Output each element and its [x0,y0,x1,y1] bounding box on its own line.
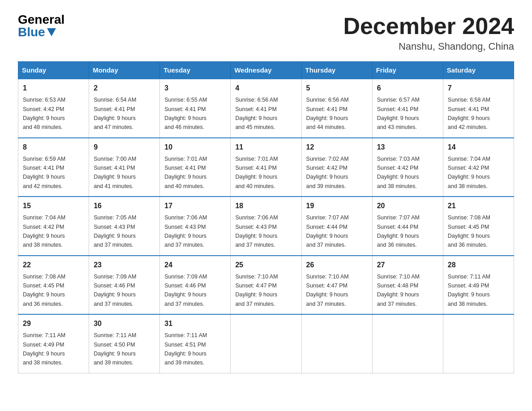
day-info: Sunrise: 7:10 AMSunset: 4:47 PMDaylight:… [235,274,278,307]
day-number: 18 [235,201,296,211]
header-saturday: Saturday [443,62,514,79]
day-number: 7 [448,83,509,94]
location-subtitle: Nanshu, Shandong, China [343,41,514,52]
table-row: 29 Sunrise: 7:11 AMSunset: 4:49 PMDaylig… [18,314,89,373]
day-info: Sunrise: 7:04 AMSunset: 4:42 PMDaylight:… [23,214,65,248]
month-year-title: December 2024 [343,13,514,39]
table-row: 12 Sunrise: 7:02 AMSunset: 4:42 PMDaylig… [301,138,372,197]
table-row: 14 Sunrise: 7:04 AMSunset: 4:42 PMDaylig… [443,138,514,197]
day-number: 16 [94,201,155,211]
day-info: Sunrise: 7:00 AMSunset: 4:41 PMDaylight:… [94,156,136,189]
day-info: Sunrise: 6:53 AMSunset: 4:42 PMDaylight:… [23,97,65,130]
day-number: 1 [23,83,84,94]
day-number: 17 [164,201,226,211]
table-row: 13 Sunrise: 7:03 AMSunset: 4:42 PMDaylig… [372,138,443,197]
day-number: 19 [306,201,368,211]
day-number: 29 [23,318,84,329]
day-info: Sunrise: 7:07 AMSunset: 4:44 PMDaylight:… [377,214,420,248]
table-row: 17 Sunrise: 7:06 AMSunset: 4:43 PMDaylig… [160,197,231,256]
day-info: Sunrise: 7:01 AMSunset: 4:41 PMDaylight:… [235,156,278,189]
table-row: 19 Sunrise: 7:07 AMSunset: 4:44 PMDaylig… [301,197,372,256]
table-row: 27 Sunrise: 7:10 AMSunset: 4:48 PMDaylig… [372,256,443,315]
table-row: 20 Sunrise: 7:07 AMSunset: 4:44 PMDaylig… [372,197,443,256]
day-number: 15 [23,201,84,211]
calendar-week-row: 15 Sunrise: 7:04 AMSunset: 4:42 PMDaylig… [18,197,514,256]
calendar-week-row: 22 Sunrise: 7:08 AMSunset: 4:45 PMDaylig… [18,256,514,315]
day-info: Sunrise: 7:01 AMSunset: 4:41 PMDaylight:… [164,156,207,189]
calendar-week-row: 8 Sunrise: 6:59 AMSunset: 4:41 PMDayligh… [18,138,514,197]
table-row: 22 Sunrise: 7:08 AMSunset: 4:45 PMDaylig… [18,256,89,315]
table-row: 7 Sunrise: 6:58 AMSunset: 4:41 PMDayligh… [443,79,514,138]
table-row: 16 Sunrise: 7:05 AMSunset: 4:43 PMDaylig… [89,197,160,256]
day-number: 2 [94,83,155,94]
day-info: Sunrise: 7:11 AMSunset: 4:51 PMDaylight:… [164,332,207,366]
table-row: 30 Sunrise: 7:11 AMSunset: 4:50 PMDaylig… [89,314,160,373]
calendar-week-row: 29 Sunrise: 7:11 AMSunset: 4:49 PMDaylig… [18,314,514,373]
day-number: 20 [377,201,438,211]
day-number: 27 [377,260,438,270]
day-number: 11 [235,142,296,153]
day-number: 21 [448,201,509,211]
day-info: Sunrise: 7:09 AMSunset: 4:46 PMDaylight:… [94,274,136,307]
day-info: Sunrise: 7:04 AMSunset: 4:42 PMDaylight:… [448,156,490,189]
day-number: 8 [23,142,84,153]
table-row [443,314,514,373]
table-row: 24 Sunrise: 7:09 AMSunset: 4:46 PMDaylig… [160,256,231,315]
table-row [231,314,301,373]
day-number: 23 [94,260,155,270]
table-row: 6 Sunrise: 6:57 AMSunset: 4:41 PMDayligh… [372,79,443,138]
logo-general-text: General [18,13,64,26]
table-row [372,314,443,373]
day-number: 25 [235,260,296,270]
day-info: Sunrise: 7:11 AMSunset: 4:49 PMDaylight:… [448,274,490,307]
day-number: 3 [164,83,226,94]
table-row: 21 Sunrise: 7:08 AMSunset: 4:45 PMDaylig… [443,197,514,256]
table-row: 25 Sunrise: 7:10 AMSunset: 4:47 PMDaylig… [231,256,301,315]
table-row: 23 Sunrise: 7:09 AMSunset: 4:46 PMDaylig… [89,256,160,315]
header-monday: Monday [89,62,160,79]
header-tuesday: Tuesday [160,62,231,79]
table-row: 4 Sunrise: 6:56 AMSunset: 4:41 PMDayligh… [231,79,301,138]
table-row: 26 Sunrise: 7:10 AMSunset: 4:47 PMDaylig… [301,256,372,315]
day-info: Sunrise: 7:02 AMSunset: 4:42 PMDaylight:… [306,156,349,189]
day-info: Sunrise: 7:11 AMSunset: 4:49 PMDaylight:… [23,332,65,366]
day-info: Sunrise: 6:56 AMSunset: 4:41 PMDaylight:… [306,97,349,130]
weekday-header-row: Sunday Monday Tuesday Wednesday Thursday… [18,62,514,79]
day-info: Sunrise: 6:59 AMSunset: 4:41 PMDaylight:… [23,156,65,189]
day-info: Sunrise: 6:55 AMSunset: 4:41 PMDaylight:… [164,97,207,130]
day-number: 9 [94,142,155,153]
day-number: 14 [448,142,509,153]
day-number: 26 [306,260,368,270]
table-row: 3 Sunrise: 6:55 AMSunset: 4:41 PMDayligh… [160,79,231,138]
day-info: Sunrise: 6:54 AMSunset: 4:41 PMDaylight:… [94,97,136,130]
table-row: 10 Sunrise: 7:01 AMSunset: 4:41 PMDaylig… [160,138,231,197]
table-row: 18 Sunrise: 7:06 AMSunset: 4:43 PMDaylig… [231,197,301,256]
day-info: Sunrise: 6:57 AMSunset: 4:41 PMDaylight:… [377,97,420,130]
day-number: 22 [23,260,84,270]
day-number: 13 [377,142,438,153]
day-number: 30 [94,318,155,329]
day-number: 10 [164,142,226,153]
day-info: Sunrise: 6:56 AMSunset: 4:41 PMDaylight:… [235,97,278,130]
day-number: 24 [164,260,226,270]
day-info: Sunrise: 7:08 AMSunset: 4:45 PMDaylight:… [448,214,490,248]
day-info: Sunrise: 6:58 AMSunset: 4:41 PMDaylight:… [448,97,490,130]
day-info: Sunrise: 7:03 AMSunset: 4:42 PMDaylight:… [377,156,420,189]
day-info: Sunrise: 7:06 AMSunset: 4:43 PMDaylight:… [235,214,278,248]
day-number: 4 [235,83,296,94]
day-info: Sunrise: 7:10 AMSunset: 4:47 PMDaylight:… [306,274,349,307]
table-row: 15 Sunrise: 7:04 AMSunset: 4:42 PMDaylig… [18,197,89,256]
day-info: Sunrise: 7:06 AMSunset: 4:43 PMDaylight:… [164,214,207,248]
table-row: 5 Sunrise: 6:56 AMSunset: 4:41 PMDayligh… [301,79,372,138]
header-friday: Friday [372,62,443,79]
day-info: Sunrise: 7:09 AMSunset: 4:46 PMDaylight:… [164,274,207,307]
day-number: 12 [306,142,368,153]
table-row: 31 Sunrise: 7:11 AMSunset: 4:51 PMDaylig… [160,314,231,373]
day-number: 28 [448,260,509,270]
page-header: General Blue December 2024 Nanshu, Shand… [18,13,514,52]
table-row: 11 Sunrise: 7:01 AMSunset: 4:41 PMDaylig… [231,138,301,197]
day-info: Sunrise: 7:05 AMSunset: 4:43 PMDaylight:… [94,214,136,248]
logo-blue-text: Blue [18,26,56,39]
calendar-table: Sunday Monday Tuesday Wednesday Thursday… [18,61,514,373]
day-info: Sunrise: 7:10 AMSunset: 4:48 PMDaylight:… [377,274,420,307]
